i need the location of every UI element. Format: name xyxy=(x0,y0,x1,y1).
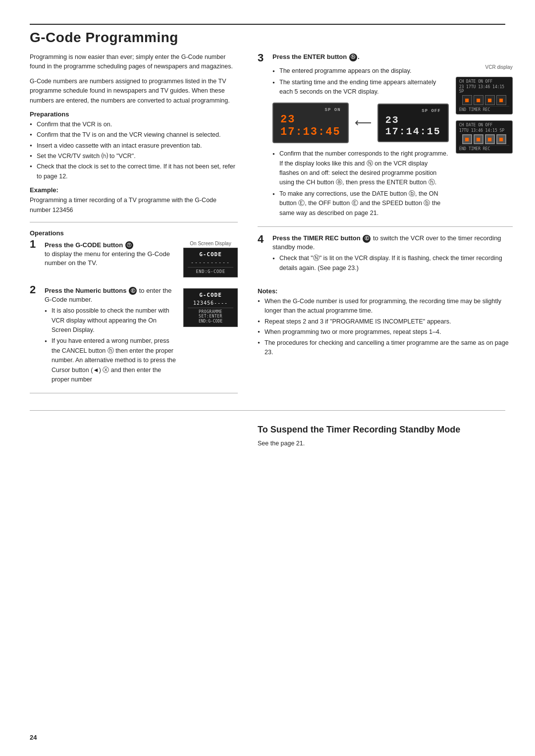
vcr-display-1-container: SP ON 23 17:13:45 xyxy=(272,103,349,143)
step-1-block: 1 Press the G-CODE button Ⓣ to display t… xyxy=(30,239,238,277)
step-2-bullet-2: If you have entered a wrong number, pres… xyxy=(45,336,177,384)
step-3-bullet-1: The entered programme appears on the dis… xyxy=(272,66,449,76)
step-2-block: 2 Press the Numeric buttons Ⓔ to enter t… xyxy=(30,284,238,386)
step-3-title: Press the ENTER button ⓗ. xyxy=(272,53,513,61)
step-3-body: The entered programme appears on the dis… xyxy=(272,64,513,219)
step-1-osd: G-CODE ---------- END:G-CODE xyxy=(183,248,238,277)
vcr-display-2-container: SP OFF 23 17:14:15 xyxy=(377,104,449,142)
spacer-1 xyxy=(258,277,513,287)
intro-para1: Programming is now easier than ever; sim… xyxy=(30,53,238,72)
step-4-title: Press the TIMER REC button Ⓔ to switch t… xyxy=(272,234,513,252)
prep-item-3: Insert a video cassette with an intact e… xyxy=(30,141,238,151)
step-3-title-bold: Press the ENTER button xyxy=(272,53,347,60)
top-rule xyxy=(30,24,505,25)
step-4-bullets: Check that "Ⓝ" is lit on the VCR display… xyxy=(272,254,513,273)
step-2-text: Press the Numeric buttons Ⓔ to enter the… xyxy=(45,286,177,386)
vcr-display-2-time: 23 17:14:15 xyxy=(385,114,441,137)
vcr-label: VCR display xyxy=(485,64,513,70)
prep-item-4: Set the VCR/TV switch ⒣ to "VCR". xyxy=(30,152,238,161)
osd-2-code: 123456---- xyxy=(188,300,233,306)
vcr-display-2-label: SP OFF xyxy=(385,108,441,113)
step-2-bullets: It is also possible to check the number … xyxy=(45,306,177,384)
osd-3-footer: END TIMER REC xyxy=(459,106,509,112)
step-2-number: 2 xyxy=(30,284,40,295)
step-1-title-bold: Press the G-CODE button xyxy=(45,241,123,249)
step-3-main: The entered programme appears on the dis… xyxy=(272,64,449,219)
step-3-bullet-3: Confirm that the number corresponds to t… xyxy=(272,149,449,188)
osd-2-bottom1: PROGRAMME SET:ENTER xyxy=(188,308,233,319)
num-box-4: ■ xyxy=(496,95,506,105)
step-1-title-rest: to display the menu for entering the G-C… xyxy=(45,250,170,267)
operations-heading: Operations xyxy=(30,229,238,237)
step-3-osd-2: CH DATE ON OFF 17TU 13:46 14:15 SP ■ ■ ■… xyxy=(456,120,513,154)
vcr-display-1: SP ON 23 17:13:45 xyxy=(272,103,349,143)
divider-bottom-left xyxy=(30,393,238,393)
step-4-number: 4 xyxy=(258,234,268,245)
step-1-row: 1 Press the G-CODE button Ⓣ to display t… xyxy=(30,239,238,277)
osd-3-nums: ■ ■ ■ ■ xyxy=(459,95,509,105)
suspend-section: To Suspend the Timer Recording Standby M… xyxy=(258,420,505,453)
step-2-title: Press the Numeric buttons Ⓔ to enter the… xyxy=(45,286,177,304)
bottom-left-spacer xyxy=(30,420,238,453)
step-4-content: Press the TIMER REC button Ⓔ to switch t… xyxy=(272,234,513,274)
preparations-heading: Preparations xyxy=(30,110,238,118)
divider-1 xyxy=(30,222,238,222)
osd-2-title: G-CODE xyxy=(188,292,233,298)
bottom-section: To Suspend the Timer Recording Standby M… xyxy=(30,410,505,453)
step-4-bullet-1: Check that "Ⓝ" is lit on the VCR display… xyxy=(272,254,513,273)
vcr-display-row: SP ON 23 17:13:45 ⟵ SP OFF 23 17:14: xyxy=(272,103,449,143)
num-box-flash-4: ■ xyxy=(496,134,506,144)
osd-4-header-text: CH DATE ON OFF xyxy=(459,123,492,127)
page-number: 24 xyxy=(30,734,37,741)
step-2-content: Press the Numeric buttons Ⓔ to enter the… xyxy=(45,284,238,386)
osd-3-row2: 23 17TU 13:46 14:15 SP xyxy=(459,85,509,94)
step-1-text: Press the G-CODE button Ⓣ to display the… xyxy=(45,241,177,268)
num-box-1: ■ xyxy=(462,95,472,105)
osd-4-row2: 17TU 13:46 14:15 SP xyxy=(459,128,509,133)
step-2-row: 2 Press the Numeric buttons Ⓔ to enter t… xyxy=(30,284,238,386)
step-3-bullets: The entered programme appears on the dis… xyxy=(272,66,449,97)
vcr-display-1-time: 23 17:13:45 xyxy=(280,113,341,138)
vcr-display-2: SP OFF 23 17:14:15 xyxy=(377,104,449,142)
prep-item-1: Confirm that the VCR is on. xyxy=(30,120,238,129)
note-3: When programming two or more programmes,… xyxy=(258,327,513,337)
step-1-body: Press the G-CODE button Ⓣ to display the… xyxy=(45,241,238,277)
example-text: Programming a timer recording of a TV pr… xyxy=(30,196,238,215)
right-column: 3 Press the ENTER button ⓗ. The entered … xyxy=(258,53,513,400)
osd-4-footer: END TIMER REC xyxy=(459,145,509,151)
step-4-title-bold: Press the TIMER REC button xyxy=(272,234,361,242)
notes-list: When the G-Code number is used for progr… xyxy=(258,297,513,357)
step-1-osd-label: On Screen Display xyxy=(190,241,231,246)
osd-1-dashes: ---------- xyxy=(188,260,233,265)
example-heading: Example: xyxy=(30,186,238,194)
intro-para2: G-Code numbers are numbers assigned to p… xyxy=(30,77,238,106)
prep-item-5: Check that the clock is set to the corre… xyxy=(30,162,238,181)
prep-item-2: Confirm that the TV is on and the VCR vi… xyxy=(30,130,238,140)
osd-3-header-text: CH DATE ON OFF xyxy=(459,79,492,84)
divider-step34 xyxy=(258,226,513,227)
note-2: Repeat steps 2 and 3 if "PROGRAMME IS IN… xyxy=(258,317,513,326)
osd-1-bottom: END:G-CODE xyxy=(188,267,233,274)
osd-2-bottom2: END:G-CODE xyxy=(188,319,233,324)
notes-section: Notes: When the G-Code number is used fo… xyxy=(258,287,513,357)
page-title: G-Code Programming xyxy=(30,30,505,46)
step-4-row: 4 Press the TIMER REC button Ⓔ to switch… xyxy=(258,234,513,274)
osd-4-nums: ■ ■ ■ ■ xyxy=(459,134,509,144)
step-2-bullet-1: It is also possible to check the number … xyxy=(45,306,177,335)
num-box-2: ■ xyxy=(474,95,483,105)
preparations-list: Confirm that the VCR is on. Confirm that… xyxy=(30,120,238,181)
step-3-bullets-2: Confirm that the number corresponds to t… xyxy=(272,149,449,218)
step-1-number: 1 xyxy=(30,239,40,250)
num-box-flash-2: ■ xyxy=(474,134,483,144)
osd-4-header: CH DATE ON OFF xyxy=(459,123,509,127)
step-2-osd-container: G-CODE 123456---- PROGRAMME SET:ENTER EN… xyxy=(183,288,238,327)
step-1-osd-container: On Screen Display G-CODE ---------- END:… xyxy=(183,241,238,277)
main-content: Programming is now easier than ever; sim… xyxy=(30,53,505,400)
step-3-content: Press the ENTER button ⓗ. The entered pr… xyxy=(272,53,513,219)
suspend-title: To Suspend the Timer Recording Standby M… xyxy=(258,425,505,435)
step-1-title: Press the G-CODE button Ⓣ to display the… xyxy=(45,241,177,268)
page: G-Code Programming Programming is now ea… xyxy=(0,0,535,756)
step-3-osd-column: VCR display CH DATE ON OFF 23 17TU 13:46… xyxy=(456,64,513,219)
step-2-title-bold: Press the Numeric buttons xyxy=(45,287,126,294)
step-2-osd: G-CODE 123456---- PROGRAMME SET:ENTER EN… xyxy=(183,288,238,327)
